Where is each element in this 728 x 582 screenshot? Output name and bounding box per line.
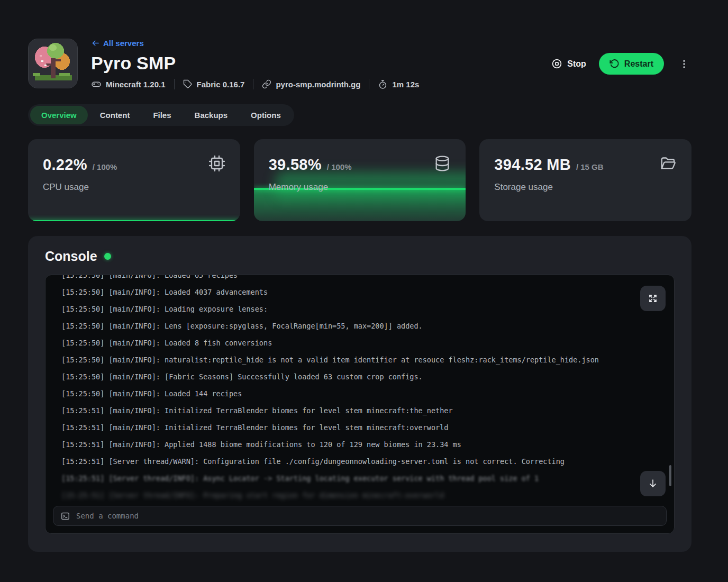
log-line: [15:25:50] [main/INFO]: Loaded 144 recip… <box>61 385 674 402</box>
memory-usage-value: 39.58% <box>269 156 322 174</box>
stopwatch-icon <box>378 79 388 89</box>
memory-usage-card: 39.58% / 100% Memory usage <box>254 139 466 221</box>
stop-button-label: Stop <box>567 59 586 69</box>
memory-usage-max: / 100% <box>327 162 352 171</box>
meta-server-domain[interactable]: pyro-smp.modrinth.gg <box>262 79 360 89</box>
log-line: [15:25:50] [main/INFO]: Loaded 65 recipe… <box>61 275 674 284</box>
back-link-label: All servers <box>103 39 144 48</box>
console-card: Console [15:25:50] [main/INFO]: Loaded 6… <box>28 236 691 552</box>
gamepad-icon <box>91 79 102 89</box>
storage-usage-label: Storage usage <box>494 182 691 193</box>
more-options-button[interactable] <box>677 57 691 71</box>
storage-usage-max: / 15 GB <box>576 162 604 171</box>
log-line: [15:25:50] [main/INFO]: Lens [exposure:s… <box>61 317 674 334</box>
log-line: [15:25:51] [main/INFO]: Initialized Terr… <box>61 419 674 436</box>
cpu-usage-max: / 100% <box>93 162 117 171</box>
stats-row: 0.22% / 100% CPU usage 39.58% / 100% Mem… <box>28 139 691 221</box>
cpu-usage-value: 0.22% <box>43 156 87 174</box>
console-scrollbar-thumb[interactable] <box>669 465 671 486</box>
console-log-list: [15:25:50] [main/INFO]: Loaded 65 recipe… <box>46 275 674 506</box>
log-line: [15:25:50] [main/INFO]: Loaded 4037 adva… <box>61 284 674 301</box>
meta-divider <box>369 79 369 89</box>
console-log-panel: [15:25:50] [main/INFO]: Loaded 65 recipe… <box>45 275 675 534</box>
tab-overview[interactable]: Overview <box>30 106 88 124</box>
arrow-left-icon <box>91 39 100 48</box>
folder-open-icon <box>659 155 677 172</box>
storage-usage-value: 394.52 MB <box>494 156 571 174</box>
command-input[interactable] <box>76 512 659 520</box>
arrow-down-icon <box>647 478 659 489</box>
restart-icon <box>609 59 620 69</box>
log-line: [15:25:50] [main/INFO]: Loading exposure… <box>61 301 674 317</box>
tab-files[interactable]: Files <box>142 106 182 124</box>
cpu-icon <box>208 155 225 172</box>
log-line: [15:25:51] [main/INFO]: Applied 1488 bio… <box>61 436 674 453</box>
tab-content[interactable]: Content <box>89 106 141 124</box>
tag-icon <box>183 79 193 89</box>
log-line: [15:25:51] [Server thread/INFO]: Async L… <box>61 470 674 487</box>
meta-loader-version-label: Fabric 0.16.7 <box>197 80 245 89</box>
meta-uptime: 1m 12s <box>378 79 419 89</box>
meta-divider <box>174 79 175 89</box>
page-title: Pyro SMP <box>91 53 419 74</box>
meta-loader-version: Fabric 0.16.7 <box>183 79 245 89</box>
tab-options[interactable]: Options <box>240 106 292 124</box>
link-icon <box>262 79 271 89</box>
meta-game-version: Minecraft 1.20.1 <box>91 79 166 89</box>
meta-game-version-label: Minecraft 1.20.1 <box>106 80 166 89</box>
log-line: [15:25:50] [main/INFO]: Loaded 8 fish co… <box>61 334 674 351</box>
console-header: Console <box>45 249 111 264</box>
meta-divider <box>253 79 253 89</box>
cpu-usage-card: 0.22% / 100% CPU usage <box>28 139 240 221</box>
back-link[interactable]: All servers <box>91 39 144 48</box>
kebab-icon <box>679 59 689 69</box>
meta-server-domain-label: pyro-smp.modrinth.gg <box>276 80 360 89</box>
command-input-row <box>53 506 667 526</box>
console-title: Console <box>45 249 97 264</box>
log-line: [15:25:50] [main/INFO]: [Fabric Seasons]… <box>61 368 674 385</box>
cpu-usage-label: CPU usage <box>43 182 240 193</box>
header-actions: Stop Restart <box>551 53 691 75</box>
log-line: [15:25:51] [main/INFO]: Initialized Terr… <box>61 402 674 419</box>
tree-artwork <box>29 39 78 88</box>
meta-uptime-label: 1m 12s <box>392 80 419 89</box>
server-icon <box>28 39 78 88</box>
memory-usage-label: Memory usage <box>269 182 466 193</box>
server-header: All servers Pyro SMP Minecraft 1.20.1 Fa… <box>28 39 691 89</box>
log-line: [15:25:51] [Server thread/WARN]: Configu… <box>61 453 674 470</box>
database-icon <box>434 155 451 172</box>
expand-console-button[interactable] <box>640 286 666 311</box>
stop-button[interactable]: Stop <box>551 58 586 69</box>
stop-circle-icon <box>551 58 562 69</box>
tab-backups[interactable]: Backups <box>184 106 239 124</box>
server-online-status-dot <box>104 253 111 260</box>
storage-usage-card: 394.52 MB / 15 GB Storage usage <box>479 139 691 221</box>
maximize-icon <box>647 293 659 304</box>
tab-bar: Overview Content Files Backups Options <box>28 104 294 126</box>
terminal-icon <box>60 511 70 521</box>
server-meta-row: Minecraft 1.20.1 Fabric 0.16.7 pyro-smp.… <box>91 79 419 89</box>
restart-button-label: Restart <box>624 59 653 69</box>
log-line: [15:25:51] [Server thread/INFO]: Prepari… <box>61 487 674 504</box>
scroll-to-bottom-button[interactable] <box>640 471 666 496</box>
restart-button[interactable]: Restart <box>599 53 664 75</box>
log-line: [15:25:50] [main/INFO]: naturalist:repti… <box>61 351 674 368</box>
